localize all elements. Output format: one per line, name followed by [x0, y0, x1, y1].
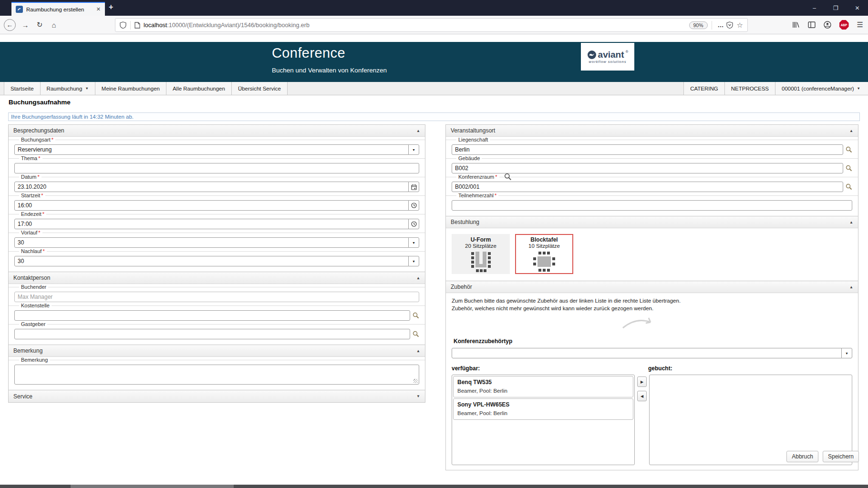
nav-item-raumbuchung[interactable]: Raumbuchung ▼ — [41, 82, 95, 95]
app-header: Conference Buchen und Verwalten von Konf… — [0, 42, 868, 82]
move-left-button[interactable]: ◀ — [637, 391, 647, 401]
section-header-bestuhlung[interactable]: Bestuhlung ▲ — [446, 216, 858, 228]
nav-item-startseite[interactable]: Startseite — [4, 82, 41, 95]
nachlauf-select[interactable] — [14, 256, 409, 266]
endezeit-input[interactable] — [14, 219, 409, 229]
back-button[interactable]: ← — [4, 19, 16, 31]
search-icon[interactable] — [846, 146, 852, 153]
seating-option-u-form[interactable]: U-Form 20 Sitzplätze — [452, 234, 510, 274]
expand-icon[interactable]: ▼ — [416, 394, 420, 398]
vorlauf-dropdown-button[interactable]: ▼ — [408, 237, 419, 248]
section-header-veranstaltungsort[interactable]: Veranstaltungsort ▲ — [446, 125, 858, 137]
collapse-icon[interactable]: ▲ — [416, 349, 420, 353]
thema-input[interactable] — [14, 163, 419, 173]
list-item-accessory[interactable]: Sony VPL-HW65ES Beamer, Pool: Berlin — [453, 398, 633, 420]
section-header-service[interactable]: Service ▼ — [9, 390, 425, 402]
section-header-kontaktperson[interactable]: Kontaktperson ▲ — [9, 272, 425, 284]
search-icon[interactable] — [413, 331, 419, 337]
cancel-button[interactable]: Abbruch — [786, 451, 818, 462]
shield-icon[interactable] — [120, 21, 126, 29]
startzeit-time-button[interactable] — [408, 200, 419, 211]
page-actions-icon[interactable]: … — [718, 21, 724, 29]
close-icon[interactable]: ✕ — [847, 5, 868, 11]
field-bemerkung: Bemerkung — [14, 357, 419, 385]
toolbar-right-icons: ABP ☰ — [792, 16, 863, 34]
buchungsart-select[interactable] — [14, 144, 409, 155]
collapse-icon[interactable]: ▲ — [416, 129, 420, 133]
section-header-besprechungsdaten[interactable]: Besprechungsdaten ▲ — [9, 125, 425, 137]
search-icon[interactable] — [846, 165, 852, 172]
liegenschaft-input[interactable] — [452, 144, 843, 155]
startzeit-input[interactable] — [14, 200, 409, 211]
required-marker: * — [38, 155, 40, 161]
chevron-down-icon: ▼ — [845, 352, 848, 355]
kostenstelle-input[interactable] — [14, 310, 410, 321]
resize-grip-icon[interactable] — [413, 379, 418, 383]
adblock-icon[interactable]: ABP — [839, 20, 849, 30]
room-search-icon[interactable] — [504, 173, 512, 181]
collapse-icon[interactable]: ▲ — [849, 129, 853, 133]
chevron-down-icon: ▼ — [857, 86, 860, 91]
list-item-accessory[interactable]: Benq TW535 Beamer, Pool: Berlin — [453, 376, 633, 397]
collapse-icon[interactable]: ▲ — [416, 276, 420, 280]
page-icon[interactable] — [134, 22, 140, 29]
search-icon[interactable] — [846, 183, 852, 190]
nav-item-uebersicht-service[interactable]: Übersicht Service — [232, 82, 288, 95]
gebaeude-input[interactable] — [452, 163, 843, 173]
buchender-input — [14, 292, 419, 302]
nachlauf-dropdown-button[interactable]: ▼ — [408, 256, 419, 266]
bemerkung-textarea[interactable] — [14, 365, 419, 385]
library-icon[interactable] — [792, 21, 800, 29]
nav-item-meine-raumbuchungen[interactable]: Meine Raumbuchungen — [95, 82, 166, 95]
zoom-level-badge[interactable]: 90% — [689, 21, 708, 29]
search-icon[interactable] — [413, 312, 419, 319]
collapse-icon[interactable]: ▲ — [849, 285, 853, 289]
tab-close-icon[interactable]: ✕ — [96, 6, 101, 12]
available-accessories-list[interactable]: Benq TW535 Beamer, Pool: Berlin Sony VPL… — [452, 375, 635, 465]
field-gebaeude: Gebäude — [452, 155, 852, 173]
transfer-arrow-icon — [620, 316, 655, 330]
account-icon[interactable] — [824, 21, 831, 29]
url-text[interactable]: localhost:10000/(EntwicklungAviant)/1546… — [144, 22, 310, 29]
navbar-right: CATERING NETPROCESS 000001 (conferenceMa… — [680, 82, 868, 95]
bookmark-star-icon[interactable]: ☆ — [737, 21, 743, 30]
collapse-icon[interactable]: ▲ — [849, 220, 853, 224]
calendar-picker-button[interactable] — [408, 182, 419, 192]
url-path: :10000/(EntwicklungAviant)/1546/booking/… — [167, 22, 310, 29]
calendar-icon — [411, 184, 417, 190]
zubehoertyp-select[interactable] — [452, 348, 842, 358]
section-header-zubehoer[interactable]: Zubehör ▲ — [446, 281, 858, 293]
sidebar-icon[interactable] — [808, 21, 816, 28]
konferenzraum-input[interactable] — [452, 182, 843, 192]
home-button[interactable]: ⌂ — [49, 21, 59, 29]
pocket-shield-icon[interactable] — [726, 21, 733, 29]
url-bar[interactable]: localhost:10000/(EntwicklungAviant)/1546… — [115, 18, 748, 32]
field-buchungsart: Buchungsart* ▼ — [14, 137, 419, 155]
user-menu[interactable]: 000001 (conferenceManager) ▼ — [775, 82, 868, 95]
teilnehmerzahl-input[interactable] — [452, 200, 852, 211]
minimize-icon[interactable]: – — [804, 5, 825, 11]
buchungsart-dropdown-button[interactable]: ▼ — [408, 144, 419, 155]
menu-icon[interactable]: ☰ — [857, 20, 863, 29]
move-right-button[interactable]: ▶ — [637, 376, 647, 387]
restore-icon[interactable]: ❐ — [825, 5, 847, 11]
save-button[interactable]: Speichern — [823, 451, 859, 462]
gastgeber-input[interactable] — [14, 329, 410, 339]
new-tab-button[interactable]: + — [109, 3, 113, 11]
datum-input[interactable] — [14, 182, 409, 192]
field-buchender: Buchender — [14, 284, 419, 302]
nav-item-alle-raumbuchungen[interactable]: Alle Raumbuchungen — [166, 82, 232, 95]
field-teilnehmerzahl: Teilnehmerzahl* — [452, 193, 852, 211]
seating-option-blocktafel[interactable]: Blocktafel 10 Sitzplätze — [515, 234, 573, 274]
endezeit-time-button[interactable] — [408, 219, 419, 229]
action-bar: Abbruch Speichern — [786, 451, 859, 462]
forward-button[interactable]: → — [21, 21, 30, 29]
nav-item-netprocess[interactable]: NETPROCESS — [724, 82, 775, 95]
reload-button[interactable]: ↻ — [35, 20, 44, 29]
vorlauf-select[interactable] — [14, 237, 409, 248]
zubehoertyp-dropdown-button[interactable]: ▼ — [841, 348, 852, 358]
browser-tab[interactable]: Raumbuchung erstellen ✕ — [11, 2, 105, 16]
section-header-bemerkung[interactable]: Bemerkung ▲ — [9, 345, 425, 357]
field-startzeit: Startzeit* — [14, 193, 419, 211]
nav-item-catering[interactable]: CATERING — [683, 82, 724, 95]
